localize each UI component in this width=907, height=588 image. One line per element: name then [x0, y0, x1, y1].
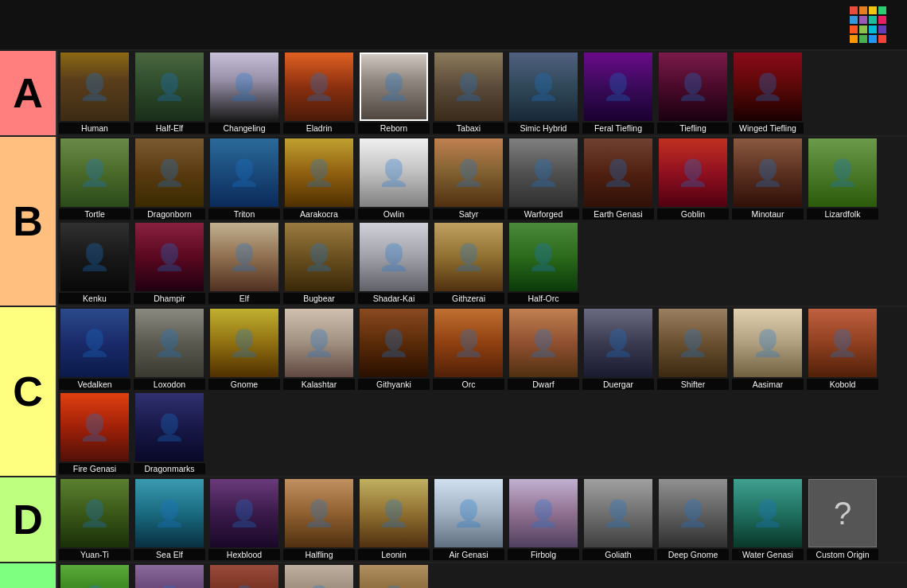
list-item[interactable]: 👤Earth Genasi — [582, 138, 654, 220]
list-item[interactable]: 👤Harengon — [283, 565, 355, 588]
list-item[interactable]: 👤Centaur — [358, 565, 430, 588]
tier-row-C: C👤Vedalken👤Loxodon👤Gnome👤Kalashtar👤Githy… — [0, 307, 907, 477]
list-item[interactable]: 👤Tortle — [59, 138, 130, 220]
tier-row-F: F👤Verdan👤Fairy👤Hobgoblin👤Harengon👤Centau… — [0, 563, 907, 588]
list-item[interactable]: 👤Winged Tiefling — [732, 53, 804, 134]
race-name-label: Loxodon — [134, 379, 205, 390]
tier-content-D: 👤Yuan-Ti👤Sea Elf👤Hexblood👤Halfling👤Leoni… — [56, 477, 907, 562]
list-item[interactable]: 👤Leonin — [358, 479, 430, 560]
list-item[interactable]: 👤Triton — [208, 138, 280, 220]
tier-row-B: B👤Tortle👤Dragonborn👤Triton👤Aarakocra👤Owl… — [0, 137, 907, 307]
list-item[interactable]: 👤Half-Elf — [134, 53, 205, 134]
list-item[interactable]: 👤Elf — [208, 223, 280, 304]
list-item[interactable]: 👤Gnome — [208, 309, 280, 390]
list-item[interactable]: 👤Hexblood — [208, 479, 280, 560]
race-name-label: Yuan-Ti — [59, 549, 130, 560]
list-item[interactable]: 👤Goliath — [582, 479, 654, 560]
list-item[interactable]: 👤Verdan — [59, 565, 130, 588]
tier-content-C: 👤Vedalken👤Loxodon👤Gnome👤Kalashtar👤Githya… — [56, 307, 907, 476]
race-name-label: Half-Orc — [508, 293, 579, 304]
race-name-label: Tortle — [59, 208, 130, 220]
list-item[interactable]: 👤Aasimar — [732, 309, 804, 390]
race-name-label: Feral Tiefling — [582, 123, 654, 134]
list-item[interactable]: 👤Tabaxi — [433, 53, 504, 134]
race-name-label: Minotaur — [732, 208, 804, 220]
race-name-label: Human — [59, 123, 130, 134]
list-item[interactable]: 👤Sea Elf — [134, 479, 205, 560]
list-item[interactable]: 👤Half-Orc — [508, 223, 579, 304]
race-name-label: Goliath — [582, 549, 654, 560]
list-item[interactable]: 👤Kenku — [59, 223, 130, 304]
race-name-label: Tiefling — [657, 123, 729, 134]
list-item[interactable]: 👤Kobold — [807, 309, 878, 390]
list-item[interactable]: 👤Eladrin — [283, 53, 355, 134]
race-name-label: Firbolg — [508, 549, 579, 560]
tier-row-D: D👤Yuan-Ti👤Sea Elf👤Hexblood👤Halfling👤Leon… — [0, 477, 907, 563]
list-item[interactable]: 👤Water Genasi — [732, 479, 804, 560]
list-item[interactable]: 👤Githzerai — [433, 223, 504, 304]
race-name-label: Sea Elf — [134, 549, 205, 560]
list-item[interactable]: 👤Bugbear — [283, 223, 355, 304]
race-name-label: Orc — [433, 379, 504, 390]
race-name-label: Leonin — [358, 549, 430, 560]
list-item[interactable]: 👤Air Genasi — [433, 479, 504, 560]
list-item[interactable]: 👤Fairy — [134, 565, 205, 588]
list-item[interactable]: 👤Dhampir — [134, 223, 205, 304]
tier-label-F: F — [0, 563, 56, 588]
list-item[interactable]: 👤Satyr — [433, 138, 504, 220]
list-item[interactable]: 👤Dragonborn — [134, 138, 205, 220]
list-item[interactable]: 👤Deep Gnome — [657, 479, 729, 560]
list-item[interactable]: 👤Shifter — [657, 309, 729, 390]
race-name-label: Owlin — [358, 208, 430, 220]
race-name-label: Reborn — [358, 123, 430, 134]
race-row: 👤Kenku👤Dhampir👤Elf👤Bugbear👤Shadar-Kai👤Gi… — [57, 221, 581, 306]
list-item[interactable]: 👤Lizardfolk — [807, 138, 878, 220]
race-name-label: Kenku — [59, 293, 130, 304]
list-item[interactable]: 👤Loxodon — [134, 309, 205, 390]
race-name-label: Triton — [208, 208, 280, 220]
list-item[interactable]: 👤Minotaur — [732, 138, 804, 220]
race-name-label: Aarakocra — [283, 208, 355, 220]
race-name-label: Shifter — [657, 379, 729, 390]
list-item[interactable]: 👤Warforged — [508, 138, 579, 220]
race-row: 👤Verdan👤Fairy👤Hobgoblin👤Harengon👤Centaur — [57, 563, 431, 588]
list-item[interactable]: 👤Human — [59, 53, 130, 134]
list-item[interactable]: 👤Firbolg — [508, 479, 579, 560]
race-name-label: Air Genasi — [433, 549, 504, 560]
race-name-label: Winged Tiefling — [732, 123, 804, 134]
list-item[interactable]: 👤Shadar-Kai — [358, 223, 430, 304]
race-name-label: Dhampir — [134, 293, 205, 304]
list-item[interactable]: 👤Hobgoblin — [208, 565, 280, 588]
list-item[interactable]: 👤Changeling — [208, 53, 280, 134]
list-item[interactable]: 👤Halfling — [283, 479, 355, 560]
list-item[interactable]: 👤Vedalken — [59, 309, 130, 390]
race-row: 👤Vedalken👤Loxodon👤Gnome👤Kalashtar👤Githya… — [57, 307, 880, 391]
race-name-label: Kobold — [807, 379, 878, 390]
tier-content-A: 👤Human👤Half-Elf👤Changeling👤Eladrin👤Rebor… — [56, 51, 907, 135]
race-name-label: Eladrin — [283, 123, 355, 134]
tier-label-B: B — [0, 137, 56, 306]
list-item[interactable]: 👤Feral Tiefling — [582, 53, 654, 134]
list-item[interactable]: ?Custom Origin — [807, 479, 878, 560]
list-item[interactable]: 👤Yuan-Ti — [59, 479, 130, 560]
race-name-label: Duergar — [582, 379, 654, 390]
list-item[interactable]: 👤Simic Hybrid — [508, 53, 579, 134]
list-item[interactable]: 👤Tiefling — [657, 53, 729, 134]
list-item[interactable]: 👤Goblin — [657, 138, 729, 220]
list-item[interactable]: 👤Owlin — [358, 138, 430, 220]
list-item[interactable]: 👤Fire Genasi — [59, 393, 130, 474]
list-item[interactable]: 👤Duergar — [582, 309, 654, 390]
list-item[interactable]: 👤Dragonmarks — [134, 393, 205, 474]
list-item[interactable]: 👤Kalashtar — [283, 309, 355, 390]
list-item[interactable]: 👤Aarakocra — [283, 138, 355, 220]
race-name-label: Elf — [208, 293, 280, 304]
list-item[interactable]: 👤Githyanki — [358, 309, 430, 390]
race-row: 👤Yuan-Ti👤Sea Elf👤Hexblood👤Halfling👤Leoni… — [57, 477, 880, 562]
race-name-label: Warforged — [508, 208, 579, 220]
list-item[interactable]: 👤Dwarf — [508, 309, 579, 390]
race-row: 👤Tortle👤Dragonborn👤Triton👤Aarakocra👤Owli… — [57, 137, 880, 221]
list-item[interactable]: 👤Reborn — [358, 53, 430, 134]
list-item[interactable]: 👤Orc — [433, 309, 504, 390]
race-name-label: Tabaxi — [433, 123, 504, 134]
race-name-label: Bugbear — [283, 293, 355, 304]
